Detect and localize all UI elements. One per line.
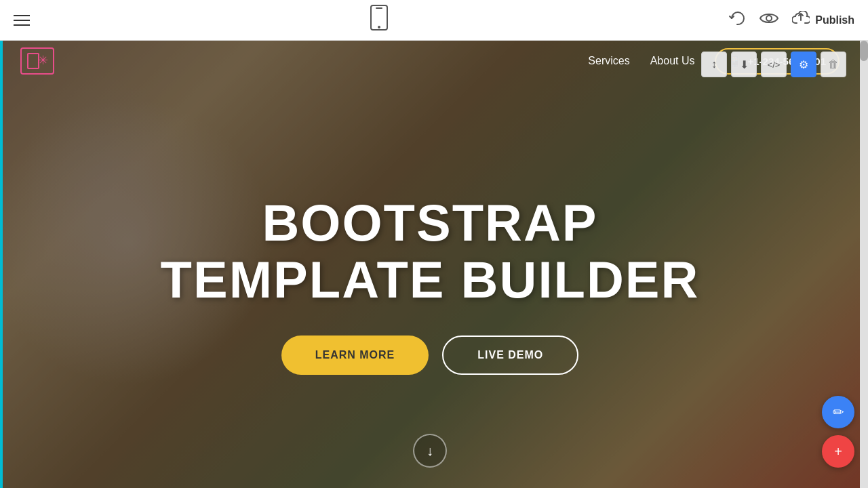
device-mobile-icon[interactable] — [370, 4, 389, 36]
hero-content: BOOTSTRAP TEMPLATE BUILDER LEARN MORE LI… — [161, 195, 700, 374]
hero-title-line2: TEMPLATE BUILDER — [161, 251, 700, 308]
main-canvas: ✳ Services About Us 📱 +1-234-567-8901 ↕ … — [0, 41, 860, 488]
toolbar-left — [14, 15, 30, 26]
cloud-upload-icon — [792, 11, 810, 29]
publish-button[interactable]: Publish — [792, 11, 854, 29]
toolbar-right: Publish — [728, 9, 854, 31]
sort-tool-button[interactable]: ↕ — [701, 52, 727, 77]
undo-icon[interactable] — [728, 9, 746, 31]
svg-point-1 — [378, 26, 380, 28]
publish-label: Publish — [815, 14, 854, 26]
hero-title: BOOTSTRAP TEMPLATE BUILDER — [161, 195, 700, 308]
delete-tool-button[interactable]: 🗑 — [821, 52, 846, 77]
download-icon: ⬇ — [740, 58, 749, 71]
hamburger-menu[interactable] — [14, 15, 30, 26]
code-icon: </> — [768, 60, 781, 70]
logo-icon: ✳ — [20, 47, 54, 75]
download-tool-button[interactable]: ⬇ — [731, 52, 757, 77]
scroll-down-button[interactable]: ↓ — [413, 434, 447, 468]
preview-icon[interactable] — [760, 12, 778, 29]
left-edge-indicator — [0, 41, 3, 488]
logo-sun-icon: ✳ — [38, 53, 49, 64]
hero-buttons: LEARN MORE LIVE DEMO — [161, 336, 700, 375]
edit-fab-button[interactable]: ✏ — [822, 396, 854, 428]
live-demo-button[interactable]: LIVE DEMO — [442, 336, 578, 375]
edit-pencil-icon: ✏ — [833, 404, 844, 420]
nav-services[interactable]: Services — [588, 55, 629, 67]
learn-more-button[interactable]: LEARN MORE — [281, 336, 429, 375]
hero-title-line1: BOOTSTRAP — [262, 194, 597, 251]
hero-section: ✳ Services About Us 📱 +1-234-567-8901 ↕ … — [0, 41, 860, 488]
section-tools: ↕ ⬇ </> ⚙ 🗑 — [701, 52, 846, 77]
svg-point-3 — [766, 16, 772, 21]
settings-icon: ⚙ — [799, 58, 808, 71]
add-fab-button[interactable]: + — [822, 435, 854, 468]
fab-container: ✏ + — [822, 396, 854, 468]
code-tool-button[interactable]: </> — [761, 52, 787, 77]
toolbar-center — [370, 4, 389, 36]
nav-about[interactable]: About Us — [650, 55, 695, 67]
sort-icon: ↕ — [711, 58, 717, 70]
scroll-down-icon: ↓ — [427, 443, 433, 459]
logo: ✳ — [20, 47, 54, 75]
top-toolbar: Publish — [0, 0, 868, 41]
scrollbar-thumb[interactable] — [860, 41, 868, 61]
add-plus-icon: + — [834, 444, 842, 460]
settings-tool-button[interactable]: ⚙ — [791, 52, 816, 77]
scrollbar[interactable] — [860, 41, 868, 488]
delete-icon: 🗑 — [828, 58, 839, 70]
